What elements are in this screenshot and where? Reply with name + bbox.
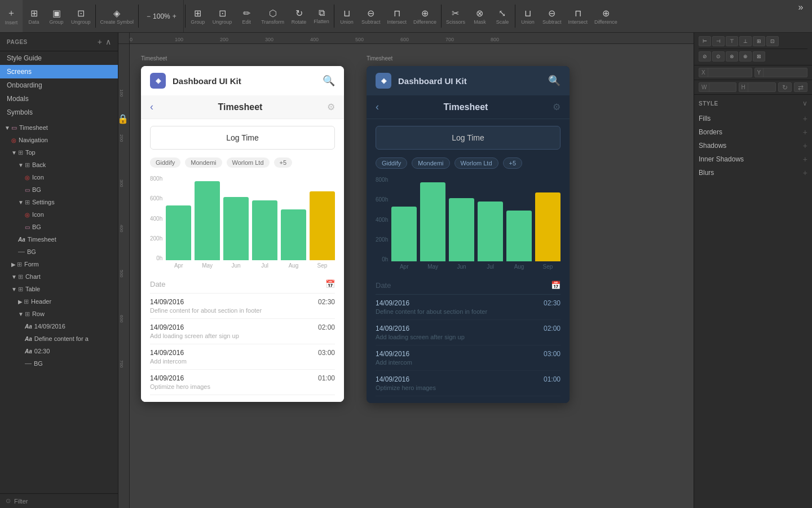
layer-settings[interactable]: ▼ ⊞ Settings (0, 196, 118, 208)
flip-v[interactable]: ⊕ (739, 51, 752, 62)
difference1-tool[interactable]: ⊕ Difference (410, 0, 440, 32)
w-field[interactable]: W (699, 82, 736, 92)
zoom-minus[interactable]: − (147, 12, 151, 20)
layer-back-icon[interactable]: ◎ Icon (0, 171, 118, 183)
style-shadows[interactable]: Shadows + (699, 139, 807, 152)
fit-content[interactable]: ⊠ (753, 51, 765, 62)
group-tool[interactable]: ▣ Group (45, 0, 68, 32)
style-borders[interactable]: Borders + (699, 125, 807, 139)
distribute-h[interactable]: ⊘ (699, 51, 711, 62)
flatten-tool[interactable]: ⧉ Flatten (310, 0, 333, 32)
transform-tool[interactable]: ⬡ Transform (258, 0, 288, 32)
filter-bar[interactable]: ⊙ Filter (0, 493, 118, 508)
page-item-symbols[interactable]: Symbols (0, 106, 118, 119)
align-center-h[interactable]: ⊣ (712, 36, 725, 46)
align-left[interactable]: ⊢ (699, 36, 711, 46)
tag-giddify[interactable]: Giddify (150, 157, 180, 168)
layer-row[interactable]: ▼ ⊞ Row (0, 308, 118, 320)
layer-top[interactable]: ▼ ⊞ Top (0, 146, 118, 159)
layer-time-text[interactable]: Aa 02:30 (0, 345, 118, 357)
data-tool[interactable]: ⊞ Data (23, 0, 45, 32)
layer-header[interactable]: ▶ ⊞ Header (0, 295, 118, 308)
tag-more[interactable]: +5 (274, 157, 293, 168)
group2-tool[interactable]: ⊞ Group (187, 0, 209, 32)
page-item-modals[interactable]: Modals (0, 92, 118, 106)
layer-form[interactable]: ▶ ⊞ Form (0, 258, 118, 270)
inner-shadows-add-button[interactable]: + (803, 155, 807, 164)
subtract1-tool[interactable]: ⊖ Subtract (358, 0, 384, 32)
subtract2-tool[interactable]: ⊖ Subtract (539, 0, 565, 32)
zoom-control[interactable]: − 100% + (140, 0, 184, 32)
layer-timesheet-text[interactable]: Aa Timesheet (0, 233, 118, 246)
layer-timesheet[interactable]: ▼ ▭ Timesheet (0, 121, 118, 134)
rotate-tool[interactable]: ↻ Rotate (288, 0, 310, 32)
collapse-pages-button[interactable]: ∧ (105, 37, 111, 46)
layer-define-text[interactable]: Aa Define content for a (0, 332, 118, 345)
layer-settings-icon[interactable]: ◎ Icon (0, 208, 118, 221)
layer-navigation[interactable]: ◎ Navigation (0, 134, 118, 146)
intersect1-tool[interactable]: ⊓ Intersect (384, 0, 411, 32)
flip-h[interactable]: ⊗ (726, 51, 738, 62)
dark-tag-mondemi[interactable]: Mondemi (412, 157, 449, 169)
toolbar-more[interactable]: » (789, 0, 812, 32)
mask-tool[interactable]: ⊗ Mask (469, 0, 491, 32)
light-search-icon[interactable]: 🔍 (323, 75, 335, 87)
layer-settings-bg[interactable]: ▭ BG (0, 221, 118, 233)
align-right[interactable]: ⊤ (726, 36, 738, 46)
borders-add-button[interactable]: + (803, 128, 807, 137)
layer-back[interactable]: ▼ ⊞ Back (0, 159, 118, 171)
h-field[interactable]: H (739, 82, 776, 92)
create-symbol-tool[interactable]: ◈ Create Symbol (97, 0, 138, 32)
insert-tool[interactable]: ＋ Insert (0, 0, 23, 32)
y-field[interactable]: Y (754, 68, 808, 77)
layer-back-bg[interactable]: ▭ BG (0, 183, 118, 196)
rotate-field[interactable]: ↻ (778, 82, 792, 92)
add-page-button[interactable]: + (98, 37, 102, 46)
union1-tool[interactable]: ⊔ Union (336, 0, 358, 32)
x-field[interactable]: X (699, 68, 752, 77)
layer-date-text[interactable]: Aa 14/09/2016 (0, 320, 118, 332)
dark-tag-giddify[interactable]: Giddify (376, 157, 407, 169)
union2-tool[interactable]: ⊔ Union (517, 0, 539, 32)
ungroup2-tool[interactable]: ⊡ Ungroup (209, 0, 236, 32)
style-fills[interactable]: Fills + (699, 112, 807, 125)
light-log-time-button[interactable]: Log Time (150, 126, 335, 150)
align-center-v[interactable]: ⊞ (753, 36, 765, 46)
dark-calendar-icon[interactable]: 📅 (551, 281, 561, 290)
dark-search-icon[interactable]: 🔍 (548, 75, 561, 87)
tag-mondemi[interactable]: Mondemi (185, 157, 222, 168)
layer-row-bg[interactable]: — BG (0, 357, 118, 370)
canvas-area[interactable]: 0 100 200 300 400 500 600 700 800 100 20… (118, 33, 694, 508)
distribute-v[interactable]: ⊙ (712, 51, 725, 62)
style-blurs[interactable]: Blurs + (699, 166, 807, 179)
light-back-button[interactable]: ‹ (150, 101, 153, 113)
page-item-onboarding[interactable]: Onboarding (0, 78, 118, 92)
scissors-tool[interactable]: ✂ Scissors (443, 0, 469, 32)
dark-tag-more[interactable]: +5 (503, 157, 523, 169)
layer-chart[interactable]: ▼ ⊞ Chart (0, 270, 118, 283)
light-calendar-icon[interactable]: 📅 (325, 279, 335, 288)
style-inner-shadows[interactable]: Inner Shadows + (699, 152, 807, 166)
tag-worlom[interactable]: Worlom Ltd (227, 157, 270, 168)
scale-tool[interactable]: ⤡ Scale (491, 0, 514, 32)
dark-tag-worlom[interactable]: Worlom Ltd (454, 157, 498, 169)
page-item-style-guide[interactable]: Style Guide (0, 51, 118, 65)
ungroup-tool[interactable]: ⊡ Ungroup (68, 0, 94, 32)
dark-log-time-button[interactable]: Log Time (376, 126, 561, 150)
layer-table[interactable]: ▼ ⊞ Table (0, 283, 118, 295)
align-top[interactable]: ⊥ (739, 36, 752, 46)
difference2-tool[interactable]: ⊕ Difference (591, 0, 621, 32)
layer-top-bg[interactable]: — BG (0, 246, 118, 258)
shadows-add-button[interactable]: + (803, 141, 807, 150)
light-settings-button[interactable]: ⚙ (327, 102, 335, 112)
dark-back-button[interactable]: ‹ (376, 101, 379, 113)
intersect2-tool[interactable]: ⊓ Intersect (564, 0, 591, 32)
fills-add-button[interactable]: + (803, 114, 807, 123)
style-expand-button[interactable]: ∨ (802, 99, 807, 107)
dark-settings-button[interactable]: ⚙ (553, 102, 561, 112)
edit-tool[interactable]: ✏ Edit (235, 0, 258, 32)
align-bottom[interactable]: ⊡ (766, 36, 779, 46)
flip-field[interactable]: ⇄ (794, 82, 807, 92)
blurs-add-button[interactable]: + (803, 168, 807, 177)
zoom-plus[interactable]: + (173, 12, 176, 20)
